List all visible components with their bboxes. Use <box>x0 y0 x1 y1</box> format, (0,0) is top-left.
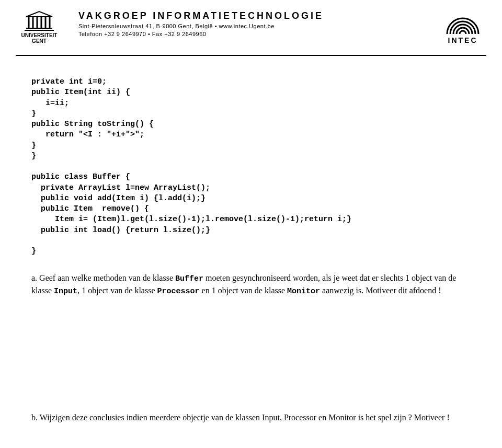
qa-prefix: a. Geef aan welke methoden van de klasse <box>31 273 175 282</box>
qa-tail: aanwezig is. Motiveer dit afdoend ! <box>320 286 441 295</box>
svg-marker-0 <box>26 12 52 17</box>
qa-input: Input <box>54 287 77 296</box>
address-line: Sint-Pietersnieuwstraat 41, B-9000 Gent,… <box>78 22 439 30</box>
qa-mid2: , 1 object van de klasse <box>77 286 157 295</box>
intec-logo: INTEC <box>439 10 486 44</box>
qa-mid3: en 1 object van de klasse <box>200 286 288 295</box>
qa-buffer: Buffer <box>175 274 203 283</box>
page-header: UNIVERSITEIT GENT VAKGROEP INFORMATIETEC… <box>0 0 502 50</box>
content-area: private int i=0; public Item(int ii) { i… <box>0 56 502 439</box>
temple-icon <box>24 10 55 31</box>
qa-monitor: Monitor <box>287 287 320 296</box>
uni-name-line2: GENT <box>21 38 58 44</box>
dept-title: VAKGROEP INFORMATIETECHNOLOGIE <box>78 10 439 21</box>
code-block: private int i=0; public Item(int ii) { i… <box>31 77 471 257</box>
uni-name-line1: UNIVERSITEIT <box>21 32 58 38</box>
question-a: a. Geef aan welke methoden van de klasse… <box>31 272 471 297</box>
tel-line: Telefoon +32 9 2649970 • Fax +32 9 26499… <box>78 30 439 38</box>
header-text-block: VAKGROEP INFORMATIETECHNOLOGIE Sint-Piet… <box>63 10 439 39</box>
intec-label: INTEC <box>448 36 478 44</box>
ugent-logo: UNIVERSITEIT GENT <box>16 10 63 44</box>
question-b: b. Wijzigen deze conclusies indien meerd… <box>31 412 471 423</box>
qa-processor: Processor <box>157 287 200 296</box>
rainbow-icon <box>444 13 481 34</box>
